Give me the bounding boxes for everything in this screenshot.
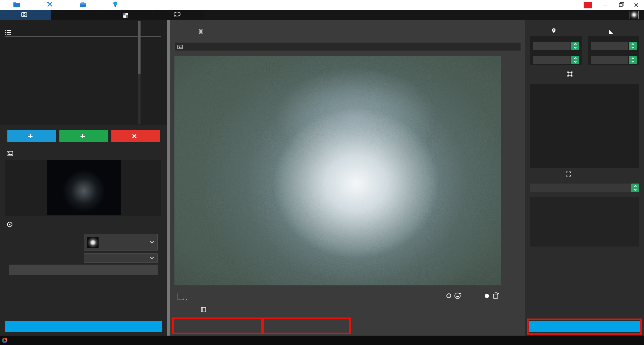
tab-geometry[interactable] bbox=[102, 10, 152, 20]
image-path-bar bbox=[174, 42, 521, 51]
pin-icon bbox=[552, 28, 556, 34]
sidebar bbox=[0, 20, 167, 336]
add-button[interactable] bbox=[7, 130, 56, 142]
width-field[interactable] bbox=[591, 42, 628, 50]
tab-camera[interactable] bbox=[0, 10, 51, 20]
chart-type-dropdown[interactable] bbox=[84, 234, 158, 251]
divider bbox=[13, 159, 161, 159]
chart-type-thumbnail bbox=[87, 237, 99, 248]
tree-scrollbar[interactable] bbox=[138, 21, 141, 124]
image-rotate-icon bbox=[492, 292, 500, 300]
start-button[interactable] bbox=[5, 321, 162, 332]
panel-divider[interactable] bbox=[167, 20, 170, 336]
enhance-toggle[interactable] bbox=[446, 293, 451, 298]
minimize-icon bbox=[603, 5, 607, 5]
minimize-button[interactable] bbox=[598, 0, 613, 10]
plus-icon bbox=[80, 134, 85, 138]
geometry-icon bbox=[123, 13, 128, 18]
roi-properties-panel bbox=[525, 20, 644, 336]
layout-icon bbox=[201, 307, 206, 314]
chevron-down-icon bbox=[150, 239, 154, 243]
language-badge[interactable] bbox=[584, 2, 592, 8]
menu-settings[interactable] bbox=[47, 1, 55, 8]
tools-icon bbox=[47, 1, 53, 8]
menu-common-tools[interactable] bbox=[80, 2, 88, 8]
app-window: x bbox=[0, 0, 644, 345]
document-icon bbox=[199, 29, 203, 36]
tab-adas[interactable] bbox=[51, 10, 101, 20]
lightbulb-icon bbox=[113, 1, 117, 8]
tab-cms[interactable] bbox=[153, 10, 204, 20]
annotation-highlight-save bbox=[261, 318, 351, 334]
list-icon bbox=[5, 30, 11, 36]
plus-icon bbox=[28, 134, 33, 138]
main-panel: x bbox=[170, 20, 525, 336]
width-stepper[interactable] bbox=[629, 42, 637, 50]
status-bar bbox=[0, 336, 644, 345]
tab-bar bbox=[0, 10, 644, 20]
corner-coordinates-group bbox=[530, 84, 639, 168]
toolbox-icon bbox=[80, 2, 86, 8]
restore-icon bbox=[619, 3, 623, 7]
analyze-button[interactable] bbox=[529, 321, 640, 332]
picture-icon bbox=[7, 151, 13, 157]
ruler-triangle-icon bbox=[609, 29, 613, 35]
scrollbar-thumb[interactable] bbox=[138, 21, 141, 74]
step-stepper[interactable] bbox=[631, 184, 639, 192]
nudge-step-row bbox=[530, 184, 639, 192]
image-preview-thumbnail bbox=[47, 160, 121, 215]
annotation-highlight-import bbox=[172, 318, 264, 334]
box-coord-group bbox=[530, 36, 582, 65]
x-icon bbox=[132, 134, 137, 138]
folder-icon bbox=[13, 2, 20, 8]
height-stepper[interactable] bbox=[629, 56, 637, 64]
menu-bar bbox=[0, 0, 644, 10]
chart-thumbnail bbox=[630, 11, 639, 19]
capture-card-button[interactable] bbox=[59, 130, 108, 142]
gear-icon bbox=[7, 221, 13, 229]
menu-help[interactable] bbox=[113, 1, 120, 8]
box-size-group bbox=[588, 36, 639, 65]
modify-ref-file-button[interactable] bbox=[9, 265, 158, 275]
x-coordinate-field[interactable] bbox=[533, 42, 571, 50]
height-field[interactable] bbox=[591, 56, 628, 64]
image-enhance-icon bbox=[454, 292, 462, 300]
close-icon bbox=[634, 3, 638, 7]
chevron-down-icon bbox=[150, 255, 154, 259]
image-noise-overlay bbox=[174, 56, 501, 285]
app-logo-icon bbox=[2, 338, 7, 343]
y-coordinate-field[interactable] bbox=[533, 56, 571, 64]
expand-icon bbox=[566, 171, 571, 178]
camera-icon bbox=[21, 12, 27, 18]
maximize-button[interactable] bbox=[613, 0, 629, 10]
ref-file-dropdown[interactable] bbox=[84, 253, 158, 263]
x-coordinate-stepper[interactable] bbox=[571, 42, 579, 50]
roi-image-canvas[interactable] bbox=[174, 56, 501, 285]
close-button[interactable] bbox=[629, 0, 644, 10]
y-coordinate-stepper[interactable] bbox=[571, 56, 579, 64]
cms-icon bbox=[173, 12, 181, 18]
rotate-toggle[interactable] bbox=[485, 294, 489, 298]
delete-button[interactable] bbox=[111, 130, 160, 142]
nudge-arrow-pad bbox=[530, 197, 639, 247]
menu-file[interactable] bbox=[13, 2, 22, 8]
picture-icon bbox=[177, 44, 183, 51]
axis-x-label: x bbox=[185, 298, 187, 301]
divider bbox=[13, 230, 161, 230]
test-items-panel bbox=[0, 20, 167, 125]
axes-icon: x bbox=[175, 293, 189, 302]
corner-box-icon bbox=[567, 71, 573, 78]
